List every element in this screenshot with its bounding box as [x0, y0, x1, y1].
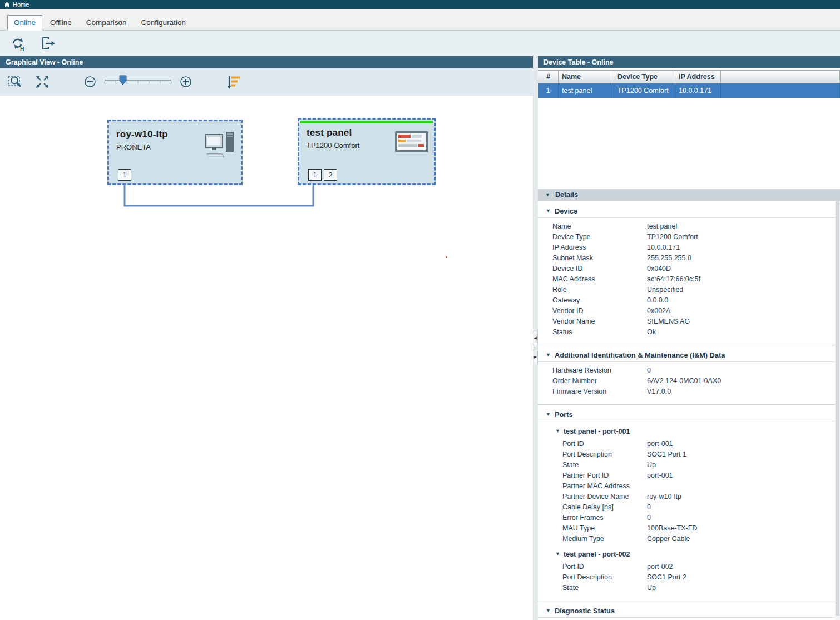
cell-ip-address[interactable]: 10.0.0.171: [675, 83, 721, 98]
detail-label: Hardware Revision: [552, 366, 647, 374]
main-toolbar: H: [0, 31, 840, 56]
hmi-panel-icon: [394, 128, 429, 158]
detail-row: Partner Port IDport-001: [538, 470, 840, 481]
collapse-triangle-icon[interactable]: ▼: [546, 608, 551, 613]
detail-label: Device ID: [552, 265, 647, 272]
device-type: TP1200 Comfort: [307, 141, 359, 150]
content-area: Graphical View - Online: [0, 56, 840, 620]
detail-row: Nametest panel: [538, 221, 840, 232]
collapse-triangle-icon[interactable]: ▼: [555, 552, 560, 557]
detail-row: MAU Type100Base-TX-FD: [538, 523, 840, 534]
panel-splitter[interactable]: ◀ ▶: [533, 56, 538, 620]
device-table-row[interactable]: 1test panelTP1200 Comfort10.0.0.171: [538, 83, 840, 98]
detail-label: Role: [552, 286, 647, 294]
details-band[interactable]: ▼ Details: [538, 189, 840, 201]
pc-icon: [202, 130, 236, 163]
column-header-name[interactable]: Name: [559, 71, 614, 83]
section-separator: [538, 404, 840, 405]
tab-offline[interactable]: Offline: [43, 15, 78, 31]
detail-row: Vendor ID0x002A: [538, 306, 840, 316]
details-section-header[interactable]: ▼Ports: [538, 408, 840, 421]
home-icon[interactable]: [4, 2, 10, 8]
detail-label: Firmware Version: [552, 388, 647, 395]
port-box-2[interactable]: 2: [324, 169, 337, 181]
svg-text:H: H: [20, 46, 24, 52]
detail-label: State: [562, 461, 647, 469]
detail-row: IP Address10.0.0.171: [538, 242, 840, 253]
detail-row: Partner Device Nameroy-w10-ltp: [538, 492, 840, 502]
cell-device-type[interactable]: TP1200 Comfort: [614, 83, 675, 98]
device-node-roy-w10-ltp[interactable]: roy-w10-ltp PRONETA: [107, 120, 243, 185]
detail-value: SOC1 Port 2: [647, 573, 686, 581]
detail-label: Partner MAC Address: [562, 482, 647, 490]
cell-num[interactable]: 1: [538, 83, 559, 98]
detail-label: Vendor ID: [552, 307, 647, 315]
zoom-in-icon[interactable]: [177, 73, 195, 91]
column-header-filler: [721, 71, 840, 83]
tab-configuration[interactable]: Configuration: [135, 15, 192, 31]
details-section-header[interactable]: ▼Additional Identification & Maintenance…: [538, 348, 840, 362]
column-header-ip-address[interactable]: IP Address: [675, 71, 721, 83]
detail-label: MAU Type: [562, 524, 647, 532]
detail-value: port-001: [647, 472, 673, 479]
app-window: Home Online Offline Comparison Configura…: [0, 0, 840, 620]
subsection-title: test panel - port-001: [564, 428, 630, 435]
port-list: 1 2: [308, 169, 337, 181]
refresh-icon[interactable]: H: [9, 34, 27, 52]
details-subsection-header[interactable]: ▼test panel - port-002: [538, 547, 840, 561]
detail-value: 0x040D: [647, 265, 671, 272]
port-box-1[interactable]: 1: [118, 169, 131, 181]
detail-value: test panel: [647, 222, 677, 230]
details-scrollbar-thumb[interactable]: [836, 201, 839, 616]
details-section-header[interactable]: ▼Device: [538, 204, 840, 218]
collapse-triangle-icon[interactable]: ▼: [546, 412, 551, 417]
export-icon[interactable]: [39, 34, 57, 52]
graphical-view-panel: Graphical View - Online: [0, 56, 533, 620]
device-table-header: Device Table - Online: [538, 56, 840, 68]
section-separator: [538, 601, 840, 601]
detail-row: Port DescriptionSOC1 Port 1: [538, 449, 840, 460]
graph-canvas[interactable]: roy-w10-ltp PRONETA: [0, 96, 533, 620]
collapse-triangle-icon[interactable]: ▼: [545, 192, 550, 197]
cell-name[interactable]: test panel: [559, 83, 614, 98]
titlebar-label: Home: [13, 1, 29, 8]
detail-value: 10.0.0.171: [647, 244, 680, 251]
collapse-triangle-icon[interactable]: ▼: [546, 209, 551, 214]
tab-online[interactable]: Online: [7, 15, 42, 31]
details-scrollbar[interactable]: [835, 201, 840, 620]
splitter-collapse-right-icon[interactable]: ▶: [533, 350, 538, 364]
detail-rows: Hardware Revision0Order Number6AV2 124-0…: [538, 364, 840, 399]
detail-label: Gateway: [552, 296, 647, 304]
tab-comparison[interactable]: Comparison: [80, 15, 134, 31]
port-box-1[interactable]: 1: [308, 169, 322, 181]
collapse-triangle-icon[interactable]: ▼: [555, 429, 560, 434]
detail-row: Port IDport-002: [538, 562, 840, 572]
detail-value: port-001: [647, 440, 673, 448]
details-section-header[interactable]: ▼Diagnostic Status: [538, 604, 840, 618]
connection-line: [0, 96, 533, 240]
detail-value: 0: [647, 503, 651, 511]
fit-view-icon[interactable]: [33, 73, 51, 91]
zoom-slider[interactable]: [101, 73, 175, 91]
node-text: test panel TP1200 Comfort: [307, 127, 359, 150]
detail-value: 0.0.0.0: [647, 296, 668, 304]
zoom-select-icon[interactable]: [7, 73, 24, 91]
device-name: roy-w10-ltp: [116, 129, 168, 140]
topology-sort-icon[interactable]: [225, 73, 243, 91]
online-status-strip: [300, 121, 433, 123]
collapse-triangle-icon[interactable]: ▼: [546, 353, 551, 358]
detail-label: Port Description: [562, 450, 647, 458]
device-node-test-panel[interactable]: test panel TP1200 Comfort: [298, 118, 436, 185]
column-header-num[interactable]: #: [538, 71, 559, 83]
column-header-device-type[interactable]: Device Type: [614, 71, 675, 83]
detail-rows: Nametest panelDevice TypeTP1200 ComfortI…: [538, 220, 840, 340]
tab-bar: Online Offline Comparison Configuration: [0, 9, 840, 31]
cell-filler[interactable]: [721, 83, 840, 98]
detail-value: Unspecified: [647, 286, 683, 294]
section-title: Diagnostic Status: [555, 607, 615, 615]
section-separator: [538, 345, 840, 345]
zoom-out-icon[interactable]: [81, 73, 99, 91]
details-subsection-header[interactable]: ▼test panel - port-001: [538, 424, 840, 438]
detail-row: RoleUnspecified: [538, 285, 840, 295]
splitter-collapse-left-icon[interactable]: ◀: [533, 331, 538, 345]
